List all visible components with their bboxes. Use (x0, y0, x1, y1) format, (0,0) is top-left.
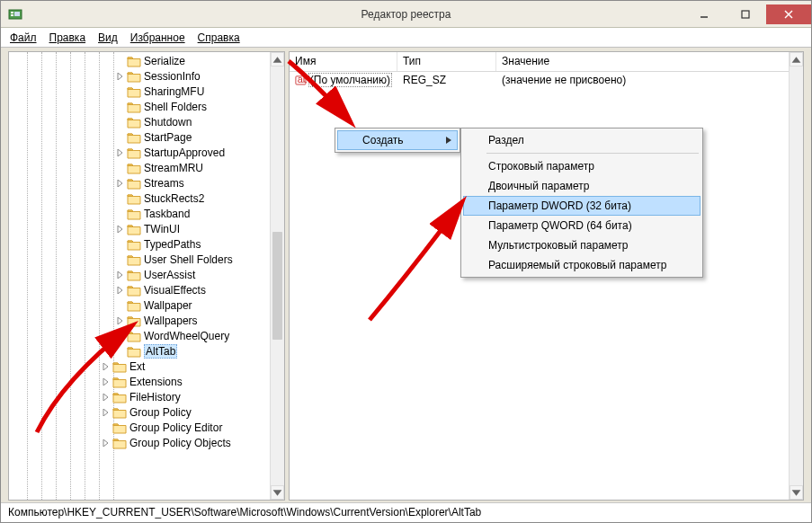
tree-node[interactable]: Shutdown (9, 114, 270, 129)
svg-marker-18 (103, 394, 108, 401)
svg-rect-2 (11, 14, 13, 16)
tree-node-label: Streams (144, 177, 184, 190)
ctx-new-multistring[interactable]: Мультистроковый параметр (463, 235, 700, 255)
expand-spacer (115, 208, 125, 218)
folder-icon (127, 238, 141, 251)
expand-spacer (115, 86, 125, 96)
tree-node[interactable]: Streams (9, 175, 270, 191)
tree-node[interactable]: Serialize (9, 53, 270, 68)
expand-icon[interactable] (115, 285, 125, 295)
svg-marker-13 (118, 287, 122, 294)
menu-favorites[interactable]: Избранное (125, 30, 191, 46)
expand-spacer (115, 102, 125, 111)
tree-node[interactable]: StartPage (9, 129, 270, 145)
expand-icon[interactable] (115, 224, 125, 234)
expand-icon[interactable] (115, 71, 125, 81)
tree-node[interactable]: StreamMRU (9, 160, 270, 175)
tree[interactable]: SerializeSessionInfoSharingMFUShell Fold… (9, 52, 270, 500)
tree-node[interactable]: Extensions (9, 374, 270, 389)
tree-node-label: VisualEffects (144, 284, 206, 297)
ctx-new-expandstring[interactable]: Расширяемый строковый параметр (463, 255, 700, 275)
col-type[interactable]: Тип (397, 52, 496, 71)
tree-node[interactable]: Group Policy (9, 404, 270, 420)
tree-node[interactable]: SharingMFU (9, 84, 270, 99)
folder-icon (127, 299, 141, 312)
scroll-up-button[interactable] (271, 52, 284, 66)
menu-edit[interactable]: Правка (44, 30, 92, 46)
expand-icon[interactable] (101, 361, 111, 371)
minimize-button[interactable] (683, 4, 725, 24)
column-header: Имя Тип Значение (290, 52, 803, 72)
tree-node[interactable]: TWinUI (9, 221, 270, 236)
menu-view[interactable]: Вид (93, 30, 123, 46)
tree-node[interactable]: TypedPaths (9, 236, 270, 252)
tree-node[interactable]: StartupApproved (9, 145, 270, 160)
maximize-button[interactable] (725, 4, 766, 24)
tree-node[interactable]: Taskband (9, 206, 270, 221)
menubar: Файл Правка Вид Избранное Справка (1, 28, 811, 48)
folder-icon (127, 116, 141, 129)
expand-spacer (115, 346, 125, 356)
expand-spacer (115, 193, 125, 203)
list-pane: Имя Тип Значение ab (По умолчанию) REG_S… (289, 51, 804, 501)
tree-node[interactable]: User Shell Folders (9, 252, 270, 267)
tree-node[interactable]: StuckRects2 (9, 191, 270, 206)
tree-node[interactable]: Ext (9, 359, 270, 374)
tree-node-label: Shell Folders (144, 101, 207, 113)
col-value[interactable]: Значение (496, 52, 803, 71)
folder-icon (127, 284, 141, 297)
tree-node[interactable]: VisualEffects (9, 282, 270, 297)
expand-icon[interactable] (115, 147, 125, 157)
menu-file[interactable]: Файл (4, 30, 42, 46)
ctx-new-binary[interactable]: Двоичный параметр (463, 176, 700, 196)
ctx-new-dword[interactable]: Параметр DWORD (32 бита) (463, 196, 700, 216)
expand-icon[interactable] (101, 407, 111, 417)
tree-node[interactable]: Group Policy Editor (9, 420, 270, 435)
folder-icon (127, 101, 141, 113)
folder-icon (127, 177, 141, 190)
menu-help[interactable]: Справка (192, 30, 245, 46)
tree-scrollbar[interactable] (270, 52, 284, 500)
scroll-thumb[interactable] (272, 232, 282, 340)
col-name[interactable]: Имя (290, 52, 397, 71)
expand-icon[interactable] (101, 438, 111, 448)
value-name: (По умолчанию) (308, 73, 392, 87)
tree-node[interactable]: Wallpapers (9, 313, 270, 328)
expand-icon[interactable] (115, 331, 125, 341)
ctx-create[interactable]: Создать (337, 130, 458, 150)
svg-marker-10 (118, 180, 122, 187)
scroll-up-button[interactable] (790, 52, 803, 66)
folder-icon (112, 360, 127, 373)
ctx-new-string[interactable]: Строковый параметр (463, 156, 700, 176)
tree-node[interactable]: Group Policy Objects (9, 435, 270, 450)
tree-node[interactable]: WordWheelQuery (9, 328, 270, 343)
list-scrollbar[interactable] (789, 52, 803, 500)
list-row[interactable]: ab (По умолчанию) REG_SZ (значение не пр… (290, 72, 803, 88)
close-button[interactable] (766, 4, 811, 24)
expand-spacer (115, 56, 125, 66)
tree-node[interactable]: SessionInfo (9, 68, 270, 84)
svg-marker-9 (118, 149, 122, 156)
tree-node[interactable]: FileHistory (9, 389, 270, 404)
svg-marker-21 (273, 57, 282, 63)
tree-node[interactable]: Wallpaper (9, 297, 270, 313)
folder-icon (112, 376, 127, 388)
tree-node[interactable]: AltTab (9, 343, 270, 359)
svg-marker-27 (792, 490, 801, 496)
expand-icon[interactable] (101, 392, 111, 402)
svg-marker-12 (118, 271, 122, 279)
scroll-down-button[interactable] (271, 485, 284, 500)
tree-node[interactable]: UserAssist (9, 267, 270, 282)
scroll-down-button[interactable] (790, 485, 803, 500)
expand-spacer (115, 117, 125, 127)
expand-icon[interactable] (115, 270, 125, 279)
ctx-new-key[interactable]: Раздел (463, 130, 700, 150)
expand-icon[interactable] (115, 178, 125, 188)
expand-icon[interactable] (101, 377, 111, 386)
expand-icon[interactable] (115, 315, 125, 325)
folder-icon (127, 131, 141, 144)
tree-node[interactable]: Shell Folders (9, 99, 270, 114)
ctx-new-qword[interactable]: Параметр QWORD (64 бита) (463, 216, 700, 235)
svg-marker-8 (118, 73, 122, 80)
folder-icon (127, 345, 141, 358)
